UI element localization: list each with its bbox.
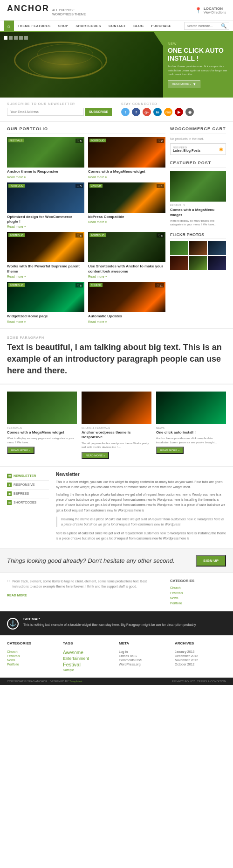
slide-dot-5[interactable] <box>24 36 28 40</box>
category-festivals[interactable]: Festivals <box>170 590 226 595</box>
footer-meta-entries[interactable]: Entries RSS <box>119 654 170 658</box>
email-input[interactable] <box>7 108 84 116</box>
category-news[interactable]: News <box>170 595 226 601</box>
portfolio-thumb-5[interactable]: PORTFOLIO ♡ 5 <box>7 232 84 262</box>
flickr-thumb-1[interactable] <box>170 241 188 255</box>
logo[interactable]: ANCHOR <box>7 4 49 14</box>
footer-tags-title: TAGS <box>63 641 114 647</box>
footer-cat-news[interactable]: News <box>7 658 58 662</box>
cta-signup-button[interactable]: SIGN UP <box>196 555 226 567</box>
tab-responsive[interactable]: ◈ RESPONSIVE <box>7 481 49 490</box>
footer-meta-wordpress[interactable]: WordPress.org <box>119 662 170 666</box>
portfolio-thumb-4[interactable]: CHURCH ♡ 1 <box>88 182 165 213</box>
slide-dot-1[interactable] <box>4 36 7 40</box>
portfolio-read-more-1[interactable]: Read more » <box>7 175 84 179</box>
tab-shortcodes[interactable]: ⊞ SHORTCODES <box>7 498 49 507</box>
slide-dot-2[interactable] <box>9 36 13 40</box>
col-thumb-2[interactable] <box>82 392 151 424</box>
portfolio-read-more-8[interactable]: Read more » <box>88 320 165 323</box>
newsletter-tab-icon: ✉ <box>7 474 12 478</box>
footer-tag-awesome[interactable]: Awesome <box>63 650 114 656</box>
nav-shortcodes[interactable]: SHORTCODES <box>72 21 105 30</box>
nav-home[interactable]: ⌂ <box>4 21 14 31</box>
featured-post-image[interactable] <box>170 171 226 202</box>
col-btn-2[interactable]: READ MORE » <box>82 452 109 459</box>
col-title-3: One click auto install ! <box>156 430 226 435</box>
col-btn-3[interactable]: READ MORE » <box>156 447 184 454</box>
portfolio-read-more-3[interactable]: Read more » <box>7 225 84 228</box>
footer-tag-entertainment[interactable]: Entertainment <box>63 656 114 661</box>
hero-read-more-button[interactable]: READ MORE » ▼ <box>168 80 200 88</box>
footer-meta-comments[interactable]: Comments RSS <box>119 658 170 662</box>
slide-dot-4[interactable] <box>19 36 23 40</box>
search-input[interactable] <box>187 24 219 28</box>
footer-archive-dec2012[interactable]: December 2012 <box>175 654 226 658</box>
sitemap-text-content: SITEMAP This is nothing but example of a… <box>23 617 196 628</box>
testimonial-author[interactable]: READ MORE <box>7 594 161 597</box>
col-thumb-3[interactable] <box>156 392 226 424</box>
featured-post-heading[interactable]: Comes with a MegaMenu widget <box>170 208 226 217</box>
nav-contact[interactable]: CONTACT <box>105 21 130 30</box>
portfolio-thumb-8[interactable]: CHURCH ♡ 11 <box>88 282 165 312</box>
portfolio-thumb-3[interactable]: PORTFOLIO ♡ 5 <box>7 182 84 213</box>
location-area[interactable]: 📍 LOCATION View Directions <box>195 7 226 14</box>
tab-newsletter[interactable]: ✉ NEWSLETTER <box>7 472 49 481</box>
flickr-thumb-5[interactable] <box>189 256 207 270</box>
col-tag-2: CHURCH, FESTIVALS <box>82 427 151 429</box>
category-church[interactable]: Church <box>170 585 226 590</box>
flickr-thumb-6[interactable] <box>208 256 226 270</box>
linkedin-icon[interactable]: in <box>153 108 162 116</box>
flickr-thumb-4[interactable] <box>170 256 188 270</box>
bottom-links[interactable]: PRIVACY POLICY · TERMS & CONDITION <box>172 680 226 683</box>
tab-bbpress[interactable]: ◉ BBPRESS <box>7 490 49 498</box>
col-btn-1[interactable]: READ MORE » <box>7 447 34 454</box>
sitemap-inner: ⚓ SITEMAP This is nothing but example of… <box>7 617 226 630</box>
footer-archive-jan2013[interactable]: January 2013 <box>175 650 226 654</box>
portfolio-thumb-2[interactable]: PORTFOLIO ♡ 2 <box>88 137 165 168</box>
footer-cat-festivals[interactable]: Festivals <box>7 654 58 658</box>
cart-empty-text: No products in the cart. <box>170 137 226 140</box>
sitemap-widget: ⚓ SITEMAP This is nothing but example of… <box>0 611 233 635</box>
designer-link[interactable]: Templateic <box>69 680 83 683</box>
footer-cat-church[interactable]: Church <box>7 650 58 654</box>
nav-search[interactable]: 🔍 <box>184 22 229 30</box>
search-icon[interactable]: 🔍 <box>221 23 226 28</box>
email-row: SUBSCRIBE <box>7 108 112 116</box>
footer-tag-sample[interactable]: Sample <box>63 668 114 672</box>
col-thumb-1[interactable] <box>7 392 77 424</box>
flickr-grid <box>170 241 226 270</box>
portfolio-read-more-5[interactable]: Read more » <box>7 275 84 278</box>
slide-dot-3[interactable] <box>14 36 18 40</box>
cta-text: Things looking good already? Don't hesit… <box>7 557 175 564</box>
portfolio-thumb-1[interactable]: FESTIVALS ♡ 5 <box>7 137 84 168</box>
footer-archive-nov2012[interactable]: November 2012 <box>175 658 226 662</box>
facebook-icon[interactable]: f <box>132 108 140 116</box>
footer-cat-portfolio[interactable]: Portfolio <box>7 662 58 666</box>
youtube-icon[interactable]: ▶ <box>175 108 183 116</box>
sidebar: WOOCOMMERCE CART No products in the cart… <box>170 126 226 323</box>
twitter-icon[interactable]: t <box>121 108 130 116</box>
flickr-thumb-3[interactable] <box>208 241 226 255</box>
category-portfolio[interactable]: Portfolio <box>170 601 226 606</box>
nav-blog[interactable]: BLOG <box>130 21 147 30</box>
footer-tag-festival[interactable]: Festival <box>63 661 114 668</box>
portfolio-read-more-6[interactable]: Read more » <box>88 275 165 278</box>
google-plus-icon[interactable]: g+ <box>143 108 151 116</box>
featured-post-widget: FEATURED POST Festivals Comes with a Meg… <box>170 161 226 227</box>
rss-icon[interactable]: rss <box>164 108 172 116</box>
flickr-thumb-2[interactable] <box>189 241 207 255</box>
nav-purchase[interactable]: PURCHASE <box>147 21 175 30</box>
portfolio-read-more-7[interactable]: Read more » <box>7 320 84 323</box>
portfolio-read-more-4[interactable]: Read more » <box>88 220 165 224</box>
other-social-icon[interactable]: ◉ <box>185 108 194 116</box>
subscribe-button[interactable]: SUBSCRIBE <box>85 108 112 116</box>
portfolio-thumb-6[interactable]: PORTFOLIO ♡ 5 <box>88 232 165 262</box>
portfolio-read-more-2[interactable]: Read more » <box>88 175 165 179</box>
nav-theme-features[interactable]: THEME FEATURES <box>14 21 55 30</box>
portfolio-thumb-7[interactable]: PORTFOLIO ♡ 5 <box>7 282 84 312</box>
rss-widget[interactable]: RSS FEED Latest Blog Posts ◉ <box>170 143 226 155</box>
nav-shop[interactable]: SHOP <box>55 21 72 30</box>
footer-meta-login[interactable]: Log in <box>119 650 170 654</box>
footer-archive-oct2012[interactable]: October 2012 <box>175 662 226 666</box>
col-desc-2: The all purpose Anchor wordpress theme W… <box>82 441 151 449</box>
